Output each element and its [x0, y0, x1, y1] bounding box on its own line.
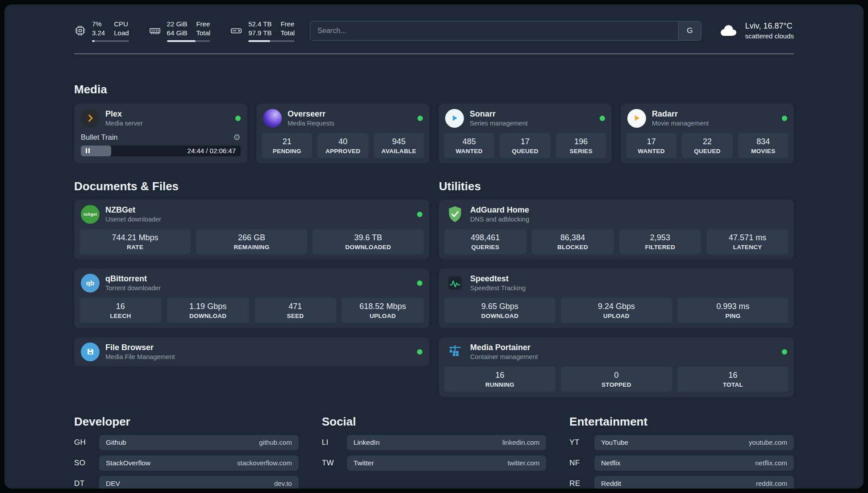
- plex-icon: [81, 109, 100, 128]
- weather-location: Lviv, 16.87°C: [745, 21, 794, 31]
- ram-icon: [149, 25, 161, 37]
- disk-usage-bar: [248, 40, 295, 42]
- bookmark-netflix[interactable]: NF Netflix netflix.com: [569, 455, 794, 471]
- stat-label: MOVIES: [740, 148, 786, 155]
- stat-value: 834: [740, 137, 786, 146]
- ram-free-value: 22 GiB: [167, 20, 188, 29]
- disk-icon: [230, 25, 242, 37]
- ram-label-bottom: Total: [196, 29, 210, 38]
- bookmark-abbr: TW: [322, 459, 347, 468]
- search-bar: G: [310, 21, 701, 41]
- now-playing-title: Bullet Train: [81, 133, 118, 142]
- stat-tile: 16 RUNNING: [444, 367, 555, 392]
- section-title-entertainment: Entertainment: [569, 415, 794, 429]
- cpu-readout: 7% 3.24 CPU Load: [92, 20, 129, 42]
- app-card-portainer[interactable]: Media Portainer Container management 16 …: [439, 337, 794, 397]
- cpu-load-value: 3.24: [92, 29, 105, 38]
- dashboard-page: 7% 3.24 CPU Load: [4, 4, 864, 489]
- bookmark-url: reddit.com: [756, 480, 787, 487]
- player-progress-bar[interactable]: 24:44 / 02:06:47: [81, 146, 241, 156]
- stat-label: QUEUED: [502, 148, 548, 155]
- stat-label: QUEUED: [684, 148, 730, 155]
- stat-tile: 744.21 Mbps RATE: [79, 229, 191, 254]
- stat-value: 17: [502, 137, 548, 146]
- bookmark-stackoverflow[interactable]: SO StackOverflow stackoverflow.com: [74, 455, 299, 471]
- qbittorrent-icon: qb: [81, 274, 100, 292]
- app-card-plex[interactable]: Plex Media server Bullet Train ⚙ 24:44 /…: [74, 104, 247, 163]
- status-dot: [417, 349, 422, 355]
- sonarr-icon: [445, 109, 464, 128]
- app-card-nzbget[interactable]: nzbget NZBGet Usenet downloader 744.21 M…: [74, 200, 429, 259]
- section-title-developer: Developer: [74, 415, 299, 429]
- pause-icon[interactable]: [86, 148, 90, 153]
- stat-value: 86,384: [534, 233, 612, 242]
- stat-tile: 86,384 BLOCKED: [532, 229, 614, 254]
- app-subtitle: Torrent downloader: [105, 284, 161, 292]
- app-subtitle: Media server: [105, 120, 143, 127]
- stat-tile: 618.52 Mbps UPLOAD: [342, 298, 424, 323]
- bookmark-abbr: RE: [569, 479, 594, 488]
- app-name: AdGuard Home: [470, 205, 529, 215]
- status-dot: [600, 116, 605, 121]
- stat-value: 39.6 TB: [315, 233, 421, 242]
- cpu-metric: 7% 3.24 CPU Load: [74, 20, 129, 42]
- stat-value: 40: [320, 137, 366, 146]
- gear-icon[interactable]: ⚙: [233, 133, 241, 142]
- disk-metric: 52.4 TB 97.9 TB Free Total: [230, 20, 295, 42]
- stat-label: REMAINING: [198, 244, 305, 251]
- bookmark-abbr: LI: [322, 438, 347, 447]
- topbar-divider: [74, 54, 794, 54]
- ram-metric: 22 GiB 64 GiB Free Total: [149, 20, 211, 42]
- stat-value: 16: [82, 302, 159, 311]
- stat-label: QUERIES: [447, 244, 524, 251]
- stat-label: SEED: [257, 313, 334, 319]
- app-card-speedtest[interactable]: Speedtest Speedtest Tracking 9.65 Gbps D…: [439, 268, 794, 328]
- bookmark-name: LinkedIn: [354, 439, 380, 447]
- app-subtitle: Speedtest Tracking: [470, 284, 526, 292]
- nzbget-icon: nzbget: [81, 205, 100, 224]
- stat-value: 196: [558, 137, 604, 146]
- app-name: Radarr: [652, 109, 709, 119]
- app-card-adguard[interactable]: AdGuard Home DNS and adblocking 498,461 …: [439, 200, 794, 259]
- app-subtitle: Media Requests: [288, 120, 334, 127]
- search-engine-button[interactable]: G: [678, 21, 701, 41]
- bookmark-github[interactable]: GH Github github.com: [74, 435, 299, 450]
- stat-value: 2,953: [622, 233, 699, 242]
- app-card-filebrowser[interactable]: File Browser Media File Management: [74, 337, 429, 367]
- documents-column: Documents & Files nzbget NZBGet Usenet d…: [74, 180, 429, 367]
- bookmarks-section: Developer GH Github github.com SO StackO…: [74, 415, 794, 489]
- ram-total-value: 64 GiB: [167, 29, 188, 38]
- app-card-qbittorrent[interactable]: qb qBittorrent Torrent downloader 16 LEE…: [74, 268, 429, 328]
- bookmark-url: linkedin.com: [502, 439, 539, 446]
- stat-value: 1.19 Gbps: [169, 302, 247, 311]
- bookmark-linkedin[interactable]: LI LinkedIn linkedin.com: [322, 435, 547, 450]
- ram-usage-bar: [167, 40, 211, 42]
- bookmark-name: Twitter: [354, 459, 374, 467]
- app-card-radarr[interactable]: Radarr Movie management 17 WANTED 22 QUE…: [621, 104, 794, 163]
- stat-value: 21: [264, 137, 310, 146]
- bookmark-url: github.com: [259, 439, 292, 446]
- status-dot: [235, 116, 241, 121]
- bookmark-abbr: SO: [74, 459, 99, 468]
- stat-value: 9.24 Gbps: [563, 302, 670, 311]
- stat-value: 945: [376, 137, 422, 146]
- search-input[interactable]: [310, 21, 678, 41]
- stat-value: 0.993 ms: [680, 302, 786, 311]
- bookmark-twitter[interactable]: TW Twitter twitter.com: [322, 455, 547, 471]
- stat-label: UPLOAD: [563, 313, 670, 319]
- bookmark-dev[interactable]: DT DEV dev.to: [74, 476, 299, 489]
- bookmark-reddit[interactable]: RE Reddit reddit.com: [569, 476, 794, 489]
- system-metrics: 7% 3.24 CPU Load: [74, 20, 295, 42]
- stat-label: DOWNLOADED: [315, 244, 421, 251]
- cloud-icon: [717, 22, 739, 39]
- stat-value: 22: [684, 137, 730, 146]
- section-title-utilities: Utilities: [439, 180, 794, 193]
- bookmark-group-developer: Developer GH Github github.com SO StackO…: [74, 415, 299, 489]
- stat-label: STOPPED: [563, 381, 670, 388]
- stat-tile: 498,461 QUERIES: [444, 229, 526, 254]
- bookmark-name: YouTube: [601, 439, 628, 447]
- app-card-sonarr[interactable]: Sonarr Series management 485 WANTED 17 Q…: [438, 104, 612, 163]
- app-subtitle: Movie management: [652, 120, 709, 127]
- app-card-overseerr[interactable]: Overseerr Media Requests 21 PENDING 40 A…: [256, 104, 430, 163]
- bookmark-youtube[interactable]: YT YouTube youtube.com: [569, 435, 794, 450]
